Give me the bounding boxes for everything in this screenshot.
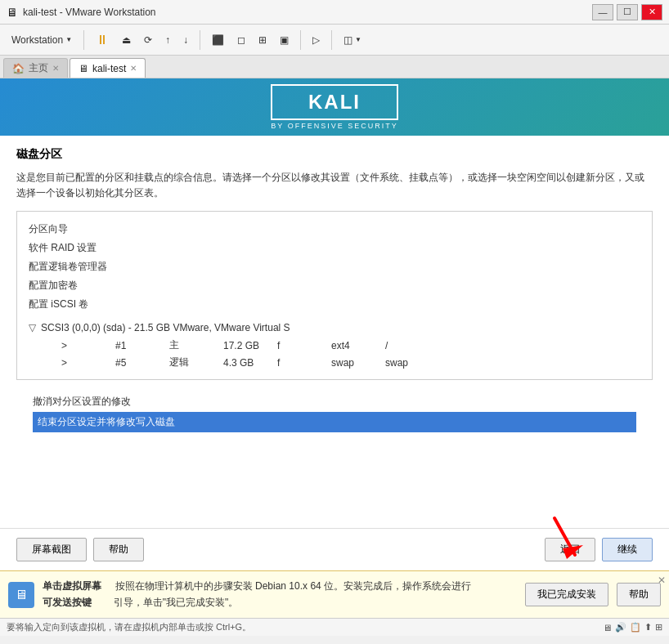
vmware-icon: 🖥 <box>7 6 18 19</box>
kali-logo-wrap: KALI BY OFFENSIVE SECURITY <box>271 84 397 130</box>
action-items: 撤消对分区设置的修改 结束分区设定并将修改写入磁盘 <box>16 391 653 432</box>
kali-tab-icon: 🖥 <box>79 63 88 74</box>
view2-icon: ◻ <box>237 34 245 46</box>
view-button-4[interactable]: ▣ <box>275 32 294 48</box>
main-content: KALI BY OFFENSIVE SECURITY 磁盘分区 这是您目前已配置… <box>0 78 669 570</box>
refresh-icon: ⟳ <box>144 34 152 46</box>
status-close-button[interactable]: ✕ <box>658 575 666 586</box>
status-text: 单击虚拟屏幕 按照在物理计算机中的步骤安装 Debian 10.x 64 位。安… <box>43 579 517 610</box>
taskbar-sound-icon: 🔊 <box>615 622 626 633</box>
disk-collapse-arrow: ▽ <box>29 322 36 333</box>
p2-mount: swap <box>385 357 426 369</box>
p1-arrow: > <box>61 340 102 351</box>
kali-subtitle: BY OFFENSIVE SECURITY <box>271 122 397 130</box>
terminal-button[interactable]: ▷ <box>308 32 325 48</box>
tab-kali-close[interactable]: ✕ <box>130 64 137 73</box>
view3-icon: ⊞ <box>258 34 267 46</box>
taskbar-grid-icon: ⊞ <box>655 622 662 633</box>
p2-size: 4.3 GB <box>223 357 264 369</box>
footer-area: 屏幕截图 帮助 返回 继续 <box>0 528 669 570</box>
status-line2: 可发送按键 引导，单击"我已完成安装"。 <box>43 595 517 610</box>
window-title: kali-test - VMware Workstation <box>23 7 587 18</box>
workstation-label: Workstation <box>11 34 63 46</box>
terminal-icon: ▷ <box>312 34 320 46</box>
p2-flag: f <box>277 357 318 369</box>
minimize-button[interactable]: — <box>592 4 613 20</box>
view-button-1[interactable]: ⬛ <box>207 32 229 48</box>
menu-item-iscsi[interactable]: 配置 iSCSI 卷 <box>29 295 640 314</box>
p1-mount: / <box>385 340 426 351</box>
partition-row-2[interactable]: > #5 逻辑 4.3 GB f swap swap <box>29 354 640 371</box>
menu-item-raid[interactable]: 软件 RAID 设置 <box>29 239 640 257</box>
menu-item-lvm[interactable]: 配置逻辑卷管理器 <box>29 257 640 276</box>
kali-header: KALI BY OFFENSIVE SECURITY <box>0 78 669 136</box>
eject-icon: ⏏ <box>122 34 131 46</box>
status-label2: 可发送按键 <box>43 597 92 608</box>
view-button-3[interactable]: ⊞ <box>254 32 272 48</box>
status-label: 单击虚拟屏幕 <box>43 580 101 592</box>
tab-kali-test[interactable]: 🖥 kali-test ✕ <box>70 58 146 78</box>
eject-button[interactable]: ⏏ <box>117 32 136 48</box>
partition-box: 分区向导 软件 RAID 设置 配置逻辑卷管理器 配置加密卷 配置 iSCSI … <box>16 211 653 380</box>
p1-num: #1 <box>115 340 156 351</box>
settings-button[interactable]: ◫ ▼ <box>339 32 366 48</box>
menu-item-encrypt[interactable]: 配置加密卷 <box>29 276 640 295</box>
action-undo[interactable]: 撤消对分区设置的修改 <box>33 391 636 412</box>
p1-size: 17.2 GB <box>223 340 264 351</box>
window-controls: — ☐ ✕ <box>592 4 662 20</box>
down-icon: ↓ <box>183 34 188 46</box>
completed-install-button[interactable]: 我已完成安装 <box>525 583 608 606</box>
tab-home-label: 主页 <box>29 61 48 75</box>
continue-button[interactable]: 继续 <box>602 538 653 561</box>
settings-icon: ◫ <box>343 34 352 46</box>
partition-section: ▽ SCSI3 (0,0,0) (sda) - 21.5 GB VMware, … <box>29 322 640 371</box>
toolbar-separator-2 <box>200 30 200 50</box>
help-button-footer[interactable]: 帮助 <box>93 538 144 561</box>
page-body: 磁盘分区 这是您目前已配置的分区和挂载点的综合信息。请选择一个分区以修改其设置（… <box>0 136 669 528</box>
status-bar: 🖥 单击虚拟屏幕 按照在物理计算机中的步骤安装 Debian 10.x 64 位… <box>0 570 669 618</box>
tab-home-close[interactable]: ✕ <box>52 64 59 73</box>
taskbar-upload-icon: ⬆ <box>644 622 652 633</box>
pause-button[interactable]: ⏸ <box>91 30 114 50</box>
status-line1: 单击虚拟屏幕 按照在物理计算机中的步骤安装 Debian 10.x 64 位。安… <box>43 579 517 594</box>
disk-name: SCSI3 (0,0,0) (sda) - 21.5 GB VMware, VM… <box>41 322 290 333</box>
maximize-button[interactable]: ☐ <box>617 4 638 20</box>
disk-row[interactable]: ▽ SCSI3 (0,0,0) (sda) - 21.5 GB VMware, … <box>29 322 640 333</box>
p1-type: 主 <box>169 338 210 352</box>
screenshot-button[interactable]: 屏幕截图 <box>16 538 87 561</box>
view-button-2[interactable]: ◻ <box>232 32 250 48</box>
tab-home[interactable]: 🏠 主页 ✕ <box>3 58 68 78</box>
settings-dropdown-arrow: ▼ <box>355 36 361 43</box>
close-button[interactable]: ✕ <box>641 4 662 20</box>
up-icon: ↑ <box>165 34 170 46</box>
task-bar: 要将输入定向到该虚拟机，请在虚拟机内部单击或按 Ctrl+G。 🖥 🔊 📋 ⬆ … <box>0 618 669 636</box>
partition-row-1[interactable]: > #1 主 17.2 GB f ext4 / <box>29 337 640 354</box>
kali-logo: KALI <box>271 84 397 120</box>
view4-icon: ▣ <box>280 34 289 46</box>
title-bar: 🖥 kali-test - VMware Workstation — ☐ ✕ <box>0 0 669 25</box>
view1-icon: ⬛ <box>212 34 224 46</box>
status-icon: 🖥 <box>8 582 34 608</box>
toolbar-separator-4 <box>331 30 332 50</box>
pause-icon: ⏸ <box>96 33 109 47</box>
toolbar-separator-1 <box>83 30 84 50</box>
workstation-dropdown-arrow: ▼ <box>65 36 72 43</box>
p2-num: #5 <box>115 357 156 369</box>
toolbar: Workstation ▼ ⏸ ⏏ ⟳ ↑ ↓ ⬛ ◻ ⊞ ▣ ▷ ◫ ▼ <box>0 25 669 56</box>
tab-bar: 🏠 主页 ✕ 🖥 kali-test ✕ <box>0 56 669 78</box>
description: 这是您目前已配置的分区和挂载点的综合信息。请选择一个分区以修改其设置（文件系统、… <box>16 170 653 201</box>
p2-arrow: > <box>61 357 102 369</box>
back-button[interactable]: 返回 <box>545 538 595 561</box>
menu-item-wizard[interactable]: 分区向导 <box>29 220 640 239</box>
refresh-button[interactable]: ⟳ <box>139 32 157 48</box>
home-icon: 🏠 <box>12 63 25 74</box>
help-status-button[interactable]: 帮助 <box>617 583 661 606</box>
workstation-menu[interactable]: Workstation ▼ <box>7 32 77 48</box>
action-finish[interactable]: 结束分区设定并将修改写入磁盘 <box>33 412 636 432</box>
down-button[interactable]: ↓ <box>178 32 193 48</box>
footer-left: 屏幕截图 帮助 <box>16 538 144 561</box>
p1-flag: f <box>277 340 318 351</box>
tab-kali-label: kali-test <box>92 63 126 74</box>
up-button[interactable]: ↑ <box>160 32 175 48</box>
task-bar-icons: 🖥 🔊 📋 ⬆ ⊞ <box>603 622 662 633</box>
